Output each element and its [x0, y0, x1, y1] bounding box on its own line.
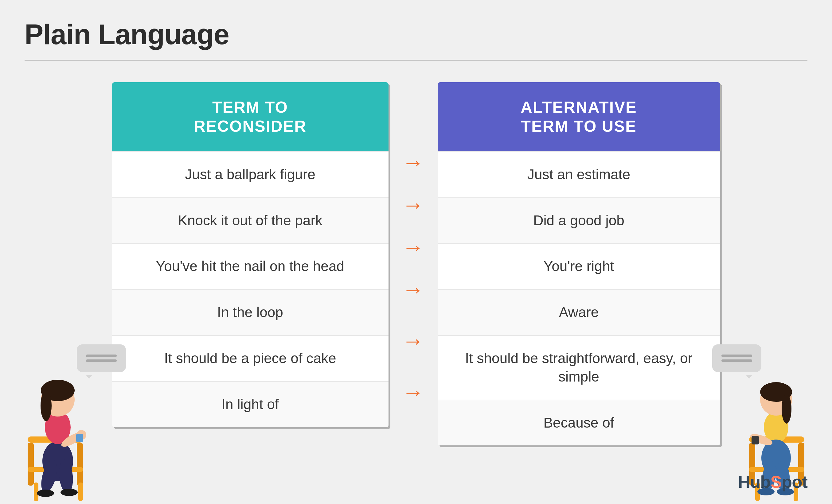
main-content: TERM TORECONSIDER Just a ballpark figure…: [25, 82, 807, 445]
arrow-icon: →: [389, 268, 438, 311]
list-item: It should be a piece of cake: [112, 335, 389, 381]
svg-rect-1: [28, 443, 34, 485]
page-title: Plain Language: [25, 19, 807, 51]
list-item: It should be straightforward, easy, or s…: [438, 335, 720, 400]
list-item: Because of: [438, 400, 720, 446]
character-left: [9, 320, 107, 504]
arrow-icon: →: [389, 226, 438, 268]
divider: [25, 60, 807, 61]
svg-point-16: [60, 489, 78, 496]
list-item: In light of: [112, 381, 389, 427]
list-item: You've hit the nail on the head: [112, 243, 389, 289]
hubspot-dot: S: [771, 472, 782, 492]
list-item: Did a good job: [438, 197, 720, 243]
svg-rect-5: [78, 482, 83, 501]
arrow-icon: →: [389, 311, 438, 371]
arrow-icon: →: [389, 141, 438, 184]
svg-rect-2: [77, 443, 83, 485]
list-item: You're right: [438, 243, 720, 289]
left-table-header: TERM TORECONSIDER: [112, 82, 389, 151]
arrows-column: → → → → → →: [389, 82, 438, 413]
left-table: TERM TORECONSIDER Just a ballpark figure…: [112, 82, 389, 427]
svg-point-10: [41, 391, 52, 421]
arrow-icon: →: [389, 184, 438, 226]
list-item: Just an estimate: [438, 151, 720, 197]
page: Plain Language TERM TORECONSIDER Just a …: [0, 0, 832, 504]
list-item: Just a ballpark figure: [112, 151, 389, 197]
right-table-header: ALTERNATIVETERM TO USE: [438, 82, 720, 151]
svg-point-15: [37, 489, 54, 497]
list-item: Aware: [438, 289, 720, 335]
arrow-icon: →: [389, 371, 438, 413]
list-item: In the loop: [112, 289, 389, 335]
svg-rect-30: [752, 436, 759, 445]
right-table: ALTERNATIVETERM TO USE Just an estimate …: [438, 82, 720, 445]
svg-rect-17: [76, 434, 83, 442]
hubspot-logo: HubSpot: [738, 472, 807, 492]
svg-point-28: [782, 394, 791, 424]
list-item: Knock it out of the park: [112, 197, 389, 243]
